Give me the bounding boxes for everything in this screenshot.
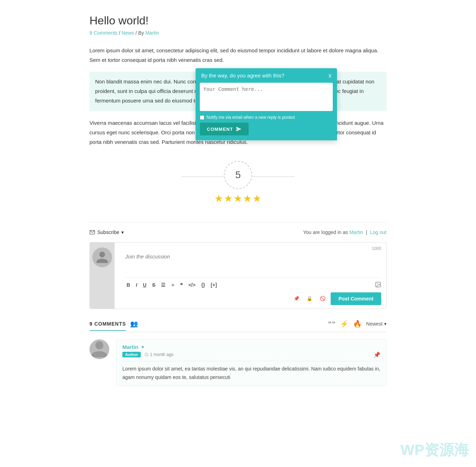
quote-filter-icon[interactable]: ❝❝ [328, 320, 336, 328]
discussion-input[interactable] [125, 252, 381, 274]
editor-toolbar: B I U S ☰ ≡ ❝ </> {} [+] [125, 278, 381, 289]
subscribe-bar: Subscribe ▾ You are logged in as Martin … [89, 229, 387, 235]
editor-char-limit: 1000 [125, 246, 381, 251]
comments-section-header: 9 COMMENTS 👥 ❝❝ ⚡ 🔥 Newest ▾ [89, 320, 387, 332]
editor-content-area: 1000 B I U S ☰ ≡ ❝ </> {} [+] 📌 🔒 🚫 Post… [120, 243, 386, 309]
post-comment-button[interactable]: Post Comment [331, 292, 381, 305]
subscribe-chevron: ▾ [121, 229, 124, 235]
rating-circle: 5 [224, 161, 252, 189]
rating-value: 5 [235, 169, 241, 181]
underline-button[interactable]: U [141, 281, 148, 288]
popup-notify-label: Notify me via email when a new reply is … [207, 115, 295, 120]
italic-button[interactable]: I [134, 281, 139, 288]
svg-point-2 [377, 283, 377, 284]
inline-comment-popup: By the way, do you agree with this? x No… [196, 68, 337, 140]
rss-icon: ► [141, 344, 145, 349]
code-button[interactable]: </> [187, 281, 197, 288]
popup-notify-row: Notify me via email when a new reply is … [200, 115, 333, 120]
comment-editor: 1000 B I U S ☰ ≡ ❝ </> {} [+] 📌 🔒 🚫 Post… [89, 242, 387, 309]
comment-author-name: Martin [122, 344, 138, 350]
manage-comments-icon[interactable]: 👥 [130, 320, 138, 328]
comment-pin-icon: 📌 [373, 351, 381, 358]
fire-filter-icon[interactable]: 🔥 [353, 320, 362, 328]
subscribe-label: Subscribe [97, 229, 119, 235]
shortcode-button[interactable]: [+] [209, 281, 219, 288]
code-block-button[interactable]: {} [200, 281, 207, 288]
logged-in-info: You are logged in as Martin | Log out [303, 229, 387, 235]
commenter-avatar [92, 247, 112, 267]
popup-notify-checkbox[interactable] [200, 115, 204, 120]
bold-button[interactable]: B [125, 281, 132, 288]
comments-filters: ❝❝ ⚡ 🔥 Newest ▾ [328, 320, 387, 328]
subscribe-button[interactable]: Subscribe ▾ [89, 229, 124, 235]
highlighted-section: Non blandit massa enim nec dui. Nunc con… [89, 72, 387, 111]
popup-body: Notify me via email when a new reply is … [196, 83, 337, 140]
comment-item: Martin ► Author 1 month ago 📌 Lorem ipsu… [89, 339, 387, 386]
comment-body: Martin ► Author 1 month ago 📌 Lorem ipsu… [116, 339, 387, 386]
hot-filter-icon[interactable]: ⚡ [340, 320, 349, 328]
comment-time-text: 1 month ago [150, 352, 174, 357]
pin-action-button[interactable]: 📌 [291, 294, 302, 303]
rating-area: 5 ★★★★★ [89, 154, 387, 215]
category-link[interactable]: News [122, 30, 134, 36]
comment-author-avatar [89, 339, 109, 359]
popup-comment-button-label: COMMENT [207, 127, 233, 132]
comments-count-label: 9 COMMENTS [89, 321, 126, 331]
logged-in-user-link[interactable]: Martin [349, 229, 363, 235]
popup-question: By the way, do you agree with this? [201, 72, 284, 78]
author-badge: Author [122, 352, 141, 357]
ordered-list-button[interactable]: ☰ [159, 281, 167, 288]
comment-author-line: Martin ► [122, 344, 381, 350]
comment-avatar-area [89, 339, 111, 386]
comments-link[interactable]: 9 Comments [89, 30, 117, 36]
popup-header: By the way, do you agree with this? x [196, 68, 337, 83]
page-title: Hello world! [89, 14, 387, 27]
popup-comment-input[interactable] [200, 83, 333, 111]
page-meta: 9 Comments / News / By Martin [89, 30, 387, 36]
author-prefix: By [138, 30, 144, 36]
rating-stars: ★★★★★ [214, 193, 262, 204]
comment-meta-row: Author 1 month ago 📌 [122, 351, 381, 361]
body-paragraph-1: Lorem ipsum dolor sit amet, consectetur … [89, 46, 387, 65]
comment-text: Lorem ipsum dolor sit amet, ea tantas mo… [122, 365, 381, 382]
blockquote-button[interactable]: ❝ [179, 281, 184, 288]
author-link[interactable]: Martin [145, 30, 159, 36]
image-button[interactable] [375, 281, 381, 289]
ban-action-button[interactable]: 🚫 [318, 294, 328, 303]
divider-1 [89, 222, 387, 222]
sort-chevron: ▾ [384, 321, 387, 327]
strikethrough-button[interactable]: S [151, 281, 157, 288]
logout-link[interactable]: Log out [370, 229, 387, 235]
char-limit-value: 1000 [372, 246, 381, 251]
sort-button[interactable]: Newest ▾ [366, 321, 387, 327]
lock-action-button[interactable]: 🔒 [304, 294, 315, 303]
editor-actions: 📌 🔒 🚫 Post Comment [125, 289, 381, 305]
sort-label: Newest [366, 321, 383, 327]
commenter-avatar-area [90, 243, 115, 309]
popup-close-button[interactable]: x [329, 73, 331, 78]
popup-comment-button[interactable]: COMMENT [200, 123, 249, 135]
unordered-list-button[interactable]: ≡ [170, 281, 175, 288]
logged-in-prefix: You are logged in as [303, 229, 348, 235]
comment-time: 1 month ago [144, 352, 174, 357]
